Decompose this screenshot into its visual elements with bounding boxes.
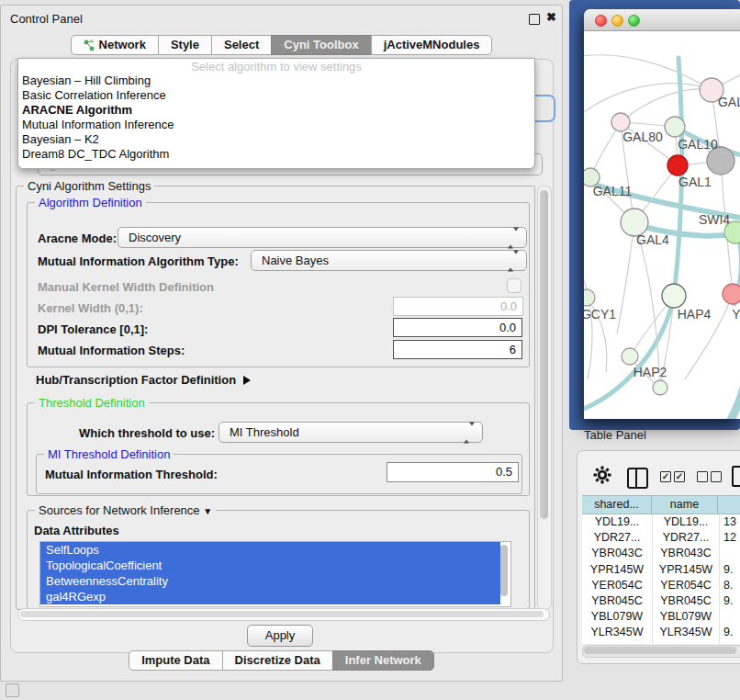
float-panel-icon[interactable] — [529, 14, 540, 25]
table-row[interactable]: YBR045CYBR045C9. — [582, 593, 740, 609]
table-row[interactable]: YPR145WYPR145W9. — [582, 562, 740, 578]
tab-style[interactable]: Style — [158, 35, 212, 55]
settings-scrollbar-thumb[interactable] — [540, 190, 548, 519]
dropdown-option-aracne-algorithm[interactable]: ARACNE Algorithm — [18, 103, 534, 118]
attribute-item-gal4rgexp[interactable]: gal4RGexp — [40, 589, 500, 604]
deselect-all-checkboxes-icon-2[interactable] — [711, 471, 722, 482]
apply-button[interactable]: Apply — [247, 625, 313, 647]
attr-list-scrollbar-thumb[interactable] — [500, 545, 508, 596]
collapsed-panel-icon[interactable] — [6, 683, 19, 697]
minimize-window-icon[interactable] — [611, 15, 623, 27]
tab-impute-data[interactable]: Impute Data — [129, 650, 222, 671]
mi-algorithm-type-combo[interactable]: Naive Bayes — [251, 250, 527, 271]
mi-threshold-field[interactable]: 0.5 — [387, 462, 519, 482]
table-cell[interactable]: YIL053C — [582, 641, 653, 645]
dropdown-option-bayesian-hill-climbing[interactable]: Bayesian – Hill Climbing — [18, 73, 534, 88]
dropdown-option-dream8-dc-tdc-algorithm[interactable]: Dream8 DC_TDC Algorithm — [18, 147, 534, 162]
table-cell[interactable]: YBL079W — [582, 609, 653, 625]
table-cell[interactable]: YBR045C — [582, 593, 653, 609]
table-cell[interactable] — [720, 546, 740, 561]
table-cell[interactable]: 8. — [720, 578, 740, 593]
table-cell[interactable]: YPR145W — [653, 562, 720, 578]
table-row[interactable]: YBR043CYBR043C — [582, 546, 740, 561]
GAL80-node[interactable] — [611, 113, 630, 131]
split-panel-icon[interactable] — [627, 468, 648, 489]
table-cell[interactable]: YDL19... — [653, 514, 720, 530]
close-panel-icon[interactable]: ✖ — [546, 10, 556, 24]
dropdown-option-basic-correlation-inference[interactable]: Basic Correlation Inference — [18, 88, 534, 103]
kernel-width-field[interactable]: 0.0 — [393, 297, 523, 316]
small-node[interactable] — [653, 380, 667, 395]
table-cell[interactable]: YER054C — [653, 578, 720, 593]
zoom-window-icon[interactable] — [628, 15, 640, 27]
tab-cyni-toolbox[interactable]: Cyni Toolbox — [271, 35, 371, 55]
settings-hscrollbar-thumb[interactable] — [20, 611, 544, 617]
tab-discretize-data[interactable]: Discretize Data — [222, 650, 333, 671]
dpi-tolerance-field[interactable]: 0.0 — [393, 318, 522, 337]
table-row[interactable]: YBL079WYBL079W — [582, 609, 740, 625]
table-row[interactable]: YDR27...YDR27...12 — [582, 530, 740, 546]
table-cell[interactable]: YBR045C — [653, 593, 720, 609]
table-hscrollbar[interactable] — [582, 645, 740, 658]
HAP4-node[interactable] — [662, 284, 686, 308]
attribute-item-selfloops[interactable]: SelfLoops — [40, 542, 500, 558]
table-cell[interactable] — [720, 609, 740, 625]
network-window[interactable]: GALGAL80GAL10GAL1GAL11GAL4SWI4GCY1HAP4YH… — [584, 9, 740, 419]
document-icon[interactable] — [732, 466, 740, 487]
table-cell[interactable]: YPR145W — [582, 562, 653, 578]
table-cell[interactable]: 9. — [720, 625, 740, 640]
dropdown-option-mutual-information-inference[interactable]: Mutual Information Inference — [18, 118, 534, 132]
table-cell[interactable]: YDL19... — [582, 514, 653, 530]
GAL1-node-red[interactable] — [667, 155, 688, 175]
attribute-item-topologicalcoefficient[interactable]: TopologicalCoefficient — [40, 558, 500, 573]
network-canvas[interactable]: GALGAL80GAL10GAL1GAL11GAL4SWI4GCY1HAP4YH… — [584, 30, 740, 419]
select-all-checkboxes-icon[interactable]: ✓ — [660, 471, 671, 482]
settings-scrollbar[interactable] — [537, 186, 552, 610]
table-cell[interactable]: 9 — [720, 641, 740, 645]
table-cell[interactable]: YER054C — [582, 578, 653, 593]
sources-legend[interactable]: Sources for Network Inference ▼ — [35, 503, 216, 517]
close-window-icon[interactable] — [595, 15, 607, 27]
table-hscrollbar-thumb[interactable] — [584, 647, 736, 654]
tab-select[interactable]: Select — [211, 35, 272, 55]
hub-factor-expander[interactable]: Hub/Transcription Factor Definition — [36, 373, 251, 387]
table-cell[interactable]: YBL079W — [653, 609, 720, 625]
table-cell[interactable]: YIL053C — [653, 641, 720, 645]
salmon-node[interactable] — [723, 284, 740, 304]
table-cell[interactable]: YBR043C — [582, 546, 653, 561]
dropdown-option-bayesian-k2[interactable]: Bayesian – K2 — [18, 132, 534, 147]
table-row[interactable]: YIL053CYIL053C9 — [582, 641, 740, 645]
mi-steps-field[interactable]: 6 — [393, 340, 522, 359]
column-header-shared[interactable]: shared... — [582, 495, 652, 514]
table-cell[interactable]: YLR345W — [653, 625, 720, 640]
HAP2-node[interactable] — [622, 348, 638, 365]
GCY1-node[interactable] — [584, 289, 595, 306]
table-cell[interactable]: 9. — [720, 562, 740, 578]
tab-infer-network[interactable]: Infer Network — [332, 650, 434, 671]
table-cell[interactable]: YBR043C — [653, 546, 720, 561]
table-cell[interactable]: 12 — [720, 530, 740, 546]
table-cell[interactable]: YLR345W — [582, 625, 653, 640]
which-threshold-combo[interactable]: MI Threshold — [219, 422, 483, 443]
network-window-titlebar[interactable] — [584, 9, 740, 31]
GAL10-node[interactable] — [665, 117, 685, 137]
settings-gear-icon[interactable] — [592, 465, 612, 485]
table-row[interactable]: YLR345WYLR345W9. — [582, 625, 740, 640]
table-row[interactable]: YDL19...YDL19...13 — [582, 514, 740, 530]
deselect-all-checkboxes-icon[interactable] — [697, 471, 708, 482]
tab-jactivemnodules[interactable]: jActiveMNodules — [371, 35, 493, 55]
table-cell[interactable]: 13 — [720, 514, 740, 530]
settings-hscrollbar[interactable] — [17, 608, 550, 621]
table-cell[interactable]: 9. — [720, 593, 740, 609]
table-cell[interactable]: YDR27... — [582, 530, 653, 546]
column-header-clipped[interactable] — [717, 495, 740, 514]
tab-network[interactable]: Network — [71, 35, 159, 55]
table-cell[interactable]: YDR27... — [653, 530, 720, 546]
attribute-item-betweennesscentrality[interactable]: BetweennessCentrality — [40, 573, 500, 589]
data-attributes-label: Data Attributes — [34, 524, 119, 537]
aracne-mode-combo[interactable]: Discovery — [118, 227, 527, 248]
select-all-checkboxes-icon-2[interactable]: ✓ — [674, 471, 685, 482]
manual-kernel-width-checkbox[interactable] — [507, 278, 521, 293]
table-row[interactable]: YER054CYER054C8. — [582, 578, 740, 593]
column-header-name[interactable]: name — [651, 495, 718, 514]
